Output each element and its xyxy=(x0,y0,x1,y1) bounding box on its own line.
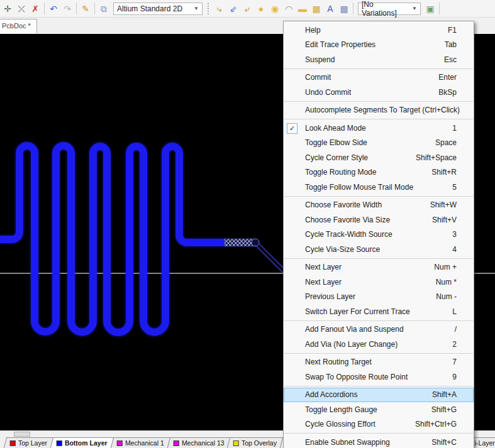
context-menu-item[interactable]: ✓ Commit Enter xyxy=(284,70,474,85)
context-menu-item[interactable]: ✓ Next Layer Num + xyxy=(284,260,474,275)
document-tab-pcbdoc[interactable]: PcbDoc * xyxy=(0,19,37,33)
view-configuration-dropdown[interactable]: Altium Standard 2D ▼ xyxy=(113,3,203,15)
toolbar-icon-glyph: ◉ xyxy=(271,4,279,13)
toolbar-icon-glyph: ▬ xyxy=(298,4,307,13)
context-menu-item[interactable]: ✓ Next Routing Target 7 xyxy=(284,355,474,370)
context-menu-item[interactable]: ✓ Switch Layer For Current Trace L xyxy=(284,304,474,319)
menu-item-shortcut: Shift+V xyxy=(432,216,457,224)
context-menu-item[interactable]: ✓ Next Layer Num * xyxy=(284,275,474,290)
menu-separator xyxy=(284,320,473,321)
menu-item-label: Next Layer xyxy=(305,278,431,287)
magic-wand-icon[interactable]: ✎ xyxy=(79,2,92,16)
variations-dropdown[interactable]: [No Variations] ▼ xyxy=(358,3,421,15)
route-arrow-icon[interactable]: ⇙ xyxy=(226,2,240,16)
toolbar-separator xyxy=(76,3,77,14)
layer-tab[interactable]: Top Overlay xyxy=(227,437,283,448)
layer-color-swatch xyxy=(233,440,239,446)
chevron-down-icon: ▼ xyxy=(194,6,199,11)
menu-item-label: Cycle Glossing Effort xyxy=(305,420,410,429)
menu-item-shortcut: Shift+W xyxy=(430,200,457,209)
toolbar-grip-handle[interactable] xyxy=(208,3,210,14)
arc-icon[interactable]: ◠ xyxy=(282,2,296,16)
menu-item-shortcut: Esc xyxy=(444,55,457,64)
layer-tab-label: Mechanical 1 xyxy=(125,439,164,447)
clear-filter-icon[interactable]: ✗ xyxy=(28,2,42,16)
menu-item-label: Look Ahead Mode xyxy=(305,124,447,133)
layer-color-swatch xyxy=(10,440,16,446)
toolbar-separator xyxy=(439,3,440,14)
menu-item-shortcut: BkSp xyxy=(438,88,457,97)
layer-tab[interactable]: Mechanical 1 xyxy=(111,437,170,448)
menu-item-label: Enable Subnet Swapping xyxy=(305,438,426,447)
menu-item-label: Choose Favorite Via Size xyxy=(305,216,427,224)
context-menu-item[interactable]: ✓ Cycle Glossing Effort Shift+Ctrl+G xyxy=(284,417,474,432)
menu-item-shortcut: Num * xyxy=(436,278,457,287)
toolbar-separator xyxy=(44,3,45,14)
context-menu-item[interactable]: ✓ Toggle Length Gauge Shift+G xyxy=(284,402,474,417)
serpentine-trace xyxy=(0,146,226,332)
menu-item-label: Swap To Opposite Route Point xyxy=(305,373,447,381)
context-menu-item[interactable]: ✓ Add Fanout Via and Suspend / xyxy=(284,322,474,337)
variant-icon[interactable]: ▣ xyxy=(423,2,437,16)
pad-array-icon[interactable]: ▦ xyxy=(309,2,323,16)
interactive-routing-icon[interactable]: ⤷ xyxy=(213,2,226,16)
diff-pair-routing-icon[interactable]: ⤶ xyxy=(240,2,254,16)
context-menu-item[interactable]: ✓ Toggle Elbow Side Space xyxy=(284,136,474,151)
context-menu-item[interactable]: ✓ Add Accordions Shift+A xyxy=(284,388,474,403)
context-menu-item[interactable]: ✓ Help F1 xyxy=(284,23,474,38)
context-menu-item[interactable]: ✓ Look Ahead Mode 1 xyxy=(284,121,474,136)
menu-item-shortcut: 4 xyxy=(452,245,457,254)
menu-item-shortcut: Tab xyxy=(445,40,457,49)
menu-item-label: Autocomplete Segments To Target (Ctrl+Cl… xyxy=(305,106,460,114)
break-track-icon[interactable]: ⤫ xyxy=(14,2,28,16)
redo-icon[interactable]: ↷ xyxy=(60,2,74,16)
menu-item-shortcut: Shift+A xyxy=(432,390,457,399)
toolbar-icon-glyph: ⤶ xyxy=(245,4,250,13)
layer-color-swatch xyxy=(57,440,62,446)
menu-item-shortcut: 1 xyxy=(452,124,457,133)
menu-item-label: Add Fanout Via and Suspend xyxy=(305,325,450,334)
menu-item-shortcut: 3 xyxy=(452,230,457,239)
via-icon[interactable]: ◉ xyxy=(268,2,282,16)
toolbar-icon-glyph: ⤫ xyxy=(18,4,25,13)
context-menu-item[interactable]: ✓ Cycle Via-Size Source 4 xyxy=(284,242,474,257)
menu-item-label: Help xyxy=(305,26,443,35)
context-menu-item[interactable]: ✓ Add Via (No Layer Change) 2 xyxy=(284,337,474,352)
context-menu-item[interactable]: ✓ Cycle Track-Width Source 3 xyxy=(284,227,474,243)
main-toolbar: ✛ ⤫ ✗ ↶ ↷ ✎ ⧉ Altium Standard 2D ▼ xyxy=(0,0,495,18)
context-menu-item[interactable]: ✓ Toggle Follow Mouse Trail Mode 5 xyxy=(284,180,474,195)
context-menu-item[interactable]: ✓ Toggle Routing Mode Shift+R xyxy=(284,165,474,180)
fill-icon[interactable]: ▬ xyxy=(296,2,309,16)
menu-item-shortcut: Space xyxy=(435,138,457,147)
layer-tab[interactable]: Top Layer xyxy=(4,437,53,448)
context-menu-item[interactable]: ✓ Suspend Esc xyxy=(284,52,474,67)
menu-item-shortcut: 2 xyxy=(452,340,457,349)
component-icon[interactable]: ▩ xyxy=(337,2,351,16)
string-icon[interactable]: A xyxy=(323,2,337,16)
menu-item-shortcut: L xyxy=(452,307,457,316)
context-menu-item[interactable]: ✓ Edit Trace Properties Tab xyxy=(284,38,474,53)
context-menu-item[interactable]: ✓ Undo Commit BkSp xyxy=(284,85,474,100)
undo-icon[interactable]: ↶ xyxy=(47,2,60,16)
context-menu-item[interactable]: ✓ Enable Subnet Swapping Shift+C xyxy=(284,435,474,448)
document-tab-label: PcbDoc * xyxy=(2,22,31,30)
layer-tab[interactable]: Mechanical 13 xyxy=(167,437,231,448)
dropdown-label: Altium Standard 2D xyxy=(117,4,182,13)
pad-icon[interactable]: ● xyxy=(254,2,268,16)
menu-separator xyxy=(284,353,473,354)
menu-item-label: Add Accordions xyxy=(305,390,427,399)
context-menu-item[interactable]: ✓ Swap To Opposite Route Point 9 xyxy=(284,369,474,385)
context-menu-item[interactable]: ✓ Choose Favorite Width Shift+W xyxy=(284,198,474,213)
layer-tab[interactable]: Bottom Layer xyxy=(50,437,114,448)
context-menu-item[interactable]: ✓ Choose Favorite Via Size Shift+V xyxy=(284,212,474,227)
toolbar-separator xyxy=(94,3,95,14)
horizontal-scrollbar-thumb[interactable] xyxy=(14,432,30,437)
view-configuration-icon[interactable]: ⧉ xyxy=(97,2,111,16)
context-menu-item[interactable]: ✓ Autocomplete Segments To Target (Ctrl+… xyxy=(284,103,474,118)
layer-tab-label: Top Layer xyxy=(18,439,47,447)
context-menu-item[interactable]: ✓ Previous Layer Num - xyxy=(284,290,474,305)
menu-item-shortcut: Num + xyxy=(434,263,457,271)
altium-pcb-editor: { "toolbar": { "items": [ {"type":"icon"… xyxy=(0,0,495,448)
cursor-jump-icon[interactable]: ✛ xyxy=(1,2,14,16)
context-menu-item[interactable]: ✓ Cycle Corner Style Shift+Space xyxy=(284,150,474,165)
